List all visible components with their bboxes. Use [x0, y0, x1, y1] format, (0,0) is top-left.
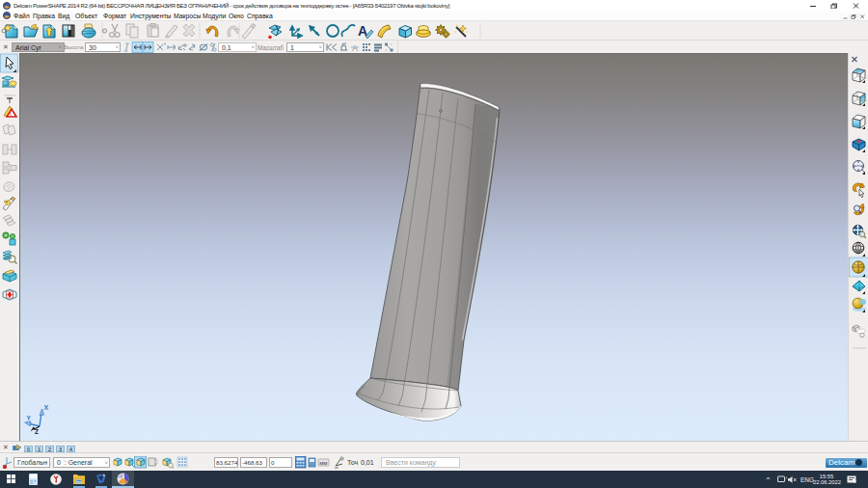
svg-text:мм: мм: [319, 460, 327, 466]
svg-text:Y: Y: [27, 415, 32, 421]
svg-text:Z: Z: [35, 428, 39, 435]
svg-text:A: A: [352, 43, 358, 53]
svg-text:X: X: [44, 404, 49, 411]
svg-text:!: !: [10, 111, 12, 118]
